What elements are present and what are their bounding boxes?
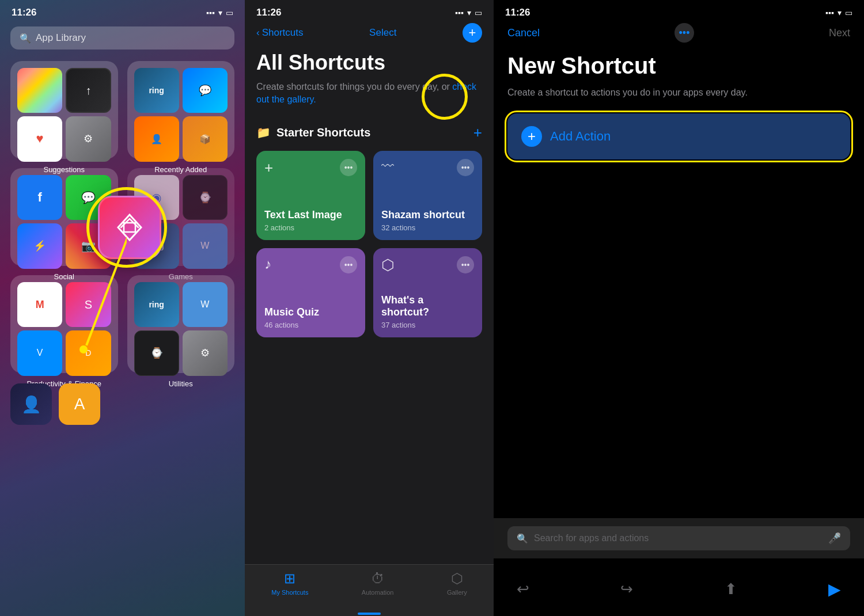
package-icon[interactable]: 📦 bbox=[183, 116, 228, 161]
recently-added-folder[interactable]: ring 💬 👤 📦 Recently Added bbox=[127, 61, 235, 159]
status-icons-2: ▪▪▪ ▾ ▭ bbox=[455, 8, 482, 17]
time-display-1: 11:26 bbox=[12, 7, 36, 18]
ring-icon[interactable]: ring bbox=[134, 68, 179, 113]
fbmessenger-icon[interactable]: ⚡ bbox=[17, 223, 62, 268]
status-bar-3: 11:26 ▪▪▪ ▾ ▭ bbox=[494, 0, 864, 21]
card-title-3: Music Quiz bbox=[264, 306, 357, 319]
status-bar-1: 11:26 ▪▪▪ ▾ ▭ bbox=[0, 0, 245, 21]
phone2-shortcuts: 11:26 ▪▪▪ ▾ ▭ ‹ Shortcuts Select + All S… bbox=[245, 0, 494, 616]
audible-icon[interactable]: A bbox=[59, 383, 100, 425]
new-shortcut-title: New Shortcut bbox=[494, 47, 864, 86]
share-icon[interactable]: ⬆ bbox=[725, 580, 737, 598]
cancel-button[interactable]: Cancel bbox=[507, 27, 540, 39]
section-label: Starter Shortcuts bbox=[276, 126, 370, 139]
back-button[interactable]: ‹ Shortcuts bbox=[256, 27, 303, 39]
back-label: Shortcuts bbox=[262, 27, 304, 39]
gmail-icon[interactable]: M bbox=[17, 282, 62, 327]
time-display-2: 11:26 bbox=[256, 7, 281, 18]
card-title-2: Shazam shortcut bbox=[381, 209, 474, 222]
chevron-left-icon: ‹ bbox=[256, 27, 260, 39]
watch2-icon[interactable]: ⌚ bbox=[134, 330, 179, 375]
new-shortcut-description: Create a shortcut to actions you do in y… bbox=[494, 86, 864, 113]
card-top-1: + ••• bbox=[264, 159, 357, 177]
fitness-icon[interactable]: ↑ bbox=[66, 68, 111, 113]
card-icon-2: 〰 bbox=[381, 159, 394, 174]
shortcuts-icon-small[interactable]: S bbox=[66, 282, 111, 327]
card-menu-4[interactable]: ••• bbox=[457, 256, 474, 273]
section-title-row: 📁 Starter Shortcuts bbox=[256, 126, 370, 139]
card-top-3: ♪ ••• bbox=[264, 256, 357, 273]
wemo2-icon[interactable]: W bbox=[183, 282, 228, 327]
card-actions-4: 37 actions bbox=[381, 321, 474, 329]
whats-shortcut-card[interactable]: ⬡ ••• What's a shortcut? 37 actions bbox=[373, 248, 482, 337]
card-top-4: ⬡ ••• bbox=[381, 256, 474, 274]
phone1-app-library: 11:26 ▪▪▪ ▾ ▭ 🔍 App Library ↑ ♥ ⚙ Sugges… bbox=[0, 0, 245, 616]
prod-apps: M S V D bbox=[17, 282, 111, 376]
tab-gallery[interactable]: ⬡ Gallery bbox=[447, 571, 467, 596]
facebook-icon[interactable]: f bbox=[17, 175, 62, 220]
add-section-button[interactable]: + bbox=[473, 124, 482, 142]
bottom-tab-bar: ⊞ My Shortcuts ⏱ Automation ⬡ Gallery bbox=[245, 564, 494, 616]
undo-icon[interactable]: ↩ bbox=[517, 580, 529, 598]
search-icon: 🔍 bbox=[20, 33, 31, 44]
search-actions-bar: 🔍 Search for apps and actions 🎤 bbox=[494, 518, 864, 558]
char3-icon[interactable]: 👤 bbox=[134, 116, 179, 161]
time-display-3: 11:26 bbox=[505, 7, 530, 18]
tab-automation[interactable]: ⏱ Automation bbox=[362, 571, 394, 596]
card-bottom-1: Text Last Image 2 actions bbox=[264, 209, 357, 232]
app-library-search[interactable]: 🔍 App Library bbox=[10, 26, 234, 50]
card-top-2: 〰 ••• bbox=[381, 159, 474, 176]
wifi-icon-2: ▾ bbox=[467, 8, 471, 17]
person-icon[interactable]: 👤 bbox=[10, 383, 52, 425]
battery-icon: ▭ bbox=[226, 8, 233, 17]
productivity-folder[interactable]: M S V D Productivity & Finance bbox=[10, 275, 118, 373]
add-shortcut-button[interactable]: + bbox=[463, 23, 482, 43]
nav-bar-shortcuts: ‹ Shortcuts Select + bbox=[245, 21, 494, 47]
card-icon-3: ♪ bbox=[264, 256, 271, 272]
messenger-icon[interactable]: 💬 bbox=[183, 68, 228, 113]
card-actions-2: 32 actions bbox=[381, 223, 474, 232]
more-options-button[interactable]: ••• bbox=[674, 23, 694, 43]
select-button[interactable]: Select bbox=[369, 27, 396, 39]
wifi-icon: ▾ bbox=[218, 8, 222, 17]
photos-icon[interactable] bbox=[17, 68, 62, 113]
tab-my-shortcuts[interactable]: ⊞ My Shortcuts bbox=[271, 571, 308, 596]
discover-icon[interactable]: D bbox=[66, 330, 111, 375]
card-actions-3: 46 actions bbox=[264, 321, 357, 329]
wifi-icon-3: ▾ bbox=[838, 8, 842, 17]
add-action-button[interactable]: + Add Action bbox=[507, 113, 850, 159]
my-shortcuts-label: My Shortcuts bbox=[271, 589, 308, 596]
settings-icon[interactable]: ⚙ bbox=[66, 116, 111, 161]
suggestions-folder[interactable]: ↑ ♥ ⚙ Suggestions bbox=[10, 61, 118, 159]
watch-icon[interactable]: ⌚ bbox=[183, 175, 228, 220]
folder-apps: ↑ ♥ ⚙ bbox=[17, 68, 111, 162]
card-menu-3[interactable]: ••• bbox=[340, 256, 357, 273]
card-icon-4: ⬡ bbox=[381, 256, 395, 274]
redo-icon[interactable]: ↪ bbox=[620, 580, 633, 598]
health-icon[interactable]: ♥ bbox=[17, 116, 62, 161]
settings2-icon[interactable]: ⚙ bbox=[183, 330, 228, 375]
search-actions-input[interactable]: 🔍 Search for apps and actions 🎤 bbox=[507, 526, 850, 550]
text-last-image-card[interactable]: + ••• Text Last Image 2 actions bbox=[256, 151, 365, 240]
yellow-circle-shortcuts bbox=[86, 187, 167, 268]
battery-icon-3: ▭ bbox=[845, 8, 852, 17]
music-quiz-card[interactable]: ♪ ••• Music Quiz 46 actions bbox=[256, 248, 365, 337]
shazam-card[interactable]: 〰 ••• Shazam shortcut 32 actions bbox=[373, 151, 482, 240]
shortcuts-description: Create shortcuts for things you do every… bbox=[245, 81, 494, 118]
utilities-folder[interactable]: ring W ⌚ ⚙ Utilities bbox=[127, 275, 235, 373]
venmo-icon[interactable]: V bbox=[17, 330, 62, 375]
folder-apps-2: ring 💬 👤 📦 bbox=[134, 68, 228, 162]
mic-icon: 🎤 bbox=[828, 532, 841, 545]
play-icon[interactable]: ▶ bbox=[828, 580, 841, 599]
card-bottom-4: What's a shortcut? 37 actions bbox=[381, 294, 474, 329]
nav-bar-new-shortcut: Cancel ••• Next bbox=[494, 21, 864, 47]
wemo-icon[interactable]: W bbox=[183, 223, 228, 268]
card-bottom-3: Music Quiz 46 actions bbox=[264, 306, 357, 329]
ring3-icon[interactable]: ring bbox=[134, 282, 179, 327]
active-indicator bbox=[358, 613, 381, 615]
card-menu-1[interactable]: ••• bbox=[340, 159, 357, 176]
status-icons-1: ▪▪▪ ▾ ▭ bbox=[206, 8, 233, 17]
card-icon-1: + bbox=[264, 159, 273, 177]
card-menu-2[interactable]: ••• bbox=[457, 159, 474, 176]
my-shortcuts-icon: ⊞ bbox=[284, 571, 295, 587]
